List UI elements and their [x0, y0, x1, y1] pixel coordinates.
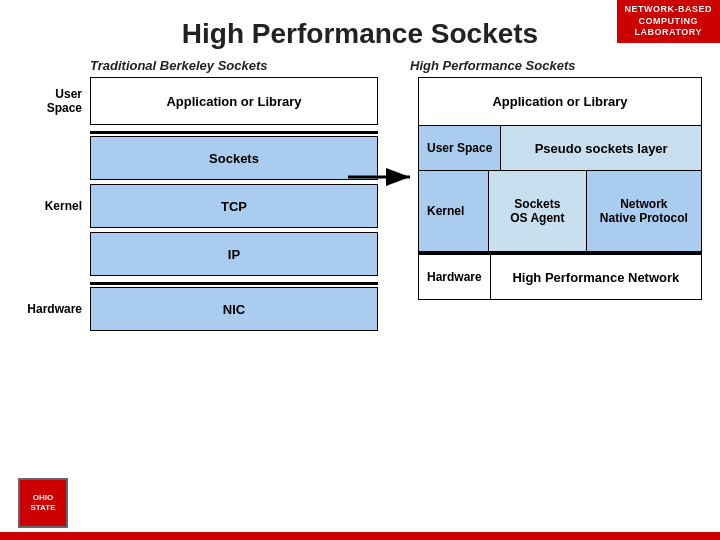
diagram: User Space Application or Library Socket…	[0, 77, 720, 335]
left-ip-box: IP	[90, 232, 378, 276]
user-space-label: User Space	[18, 87, 90, 115]
right-high-perf-network-box: High Performance Network	[512, 270, 679, 285]
right-kernel-label: Kernel	[427, 204, 464, 218]
ohio-state-logo: OHIO STATE	[18, 478, 68, 528]
sockets-row: Sockets	[18, 136, 378, 180]
logo-bar: NETWORK-BASED COMPUTING LABORATORY	[617, 0, 721, 43]
left-nic-box: NIC	[90, 287, 378, 331]
bottom-bar	[0, 532, 720, 540]
left-heading: Traditional Berkeley Sockets	[30, 58, 400, 73]
hardware-row: Hardware NIC	[18, 287, 378, 331]
right-pseudo-box: Pseudo sockets layer	[535, 141, 668, 156]
hardware-label: Hardware	[18, 302, 90, 316]
right-hardware-label: Hardware	[427, 270, 482, 284]
section-headers: Traditional Berkeley Sockets High Perfor…	[0, 58, 720, 73]
right-sockets-os-box: Sockets OS Agent	[510, 197, 564, 225]
page-title: High Performance Sockets	[0, 0, 720, 58]
user-space-row: User Space Application or Library	[18, 77, 378, 125]
left-sockets-box: Sockets	[90, 136, 378, 180]
arrow-svg	[348, 157, 418, 197]
right-user-space-label: User Space	[427, 141, 492, 155]
left-application-box: Application or Library	[90, 77, 378, 125]
separator-2	[90, 282, 378, 285]
right-network-native-box: Network Native Protocol	[600, 197, 688, 225]
separator-1	[90, 131, 378, 134]
ip-row: IP	[18, 232, 378, 276]
ohio-text: OHIO STATE	[30, 493, 55, 512]
kernel-row: Kernel TCP	[18, 184, 378, 228]
left-side: User Space Application or Library Socket…	[18, 77, 378, 335]
right-application-box: Application or Library	[425, 94, 695, 109]
right-side: Application or Library User Space Pseudo…	[378, 77, 702, 335]
left-tcp-box: TCP	[90, 184, 378, 228]
right-heading: High Performance Sockets	[400, 58, 690, 73]
logo-text: NETWORK-BASED COMPUTING LABORATORY	[625, 4, 713, 39]
kernel-label: Kernel	[18, 199, 90, 213]
